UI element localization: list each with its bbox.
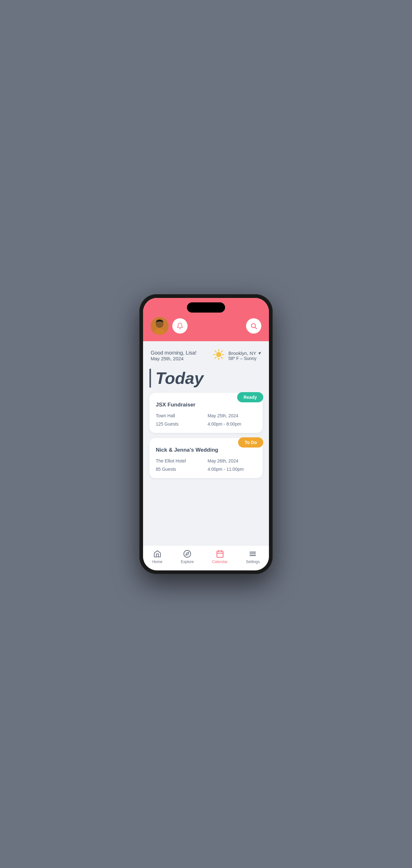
search-button[interactable]: [246, 318, 261, 334]
calendar-icon: [215, 549, 225, 558]
weather-temp: 58º F – Sunny: [228, 356, 261, 361]
header-right: [246, 318, 261, 334]
event-date-1: May 25th, 2024: [208, 413, 256, 418]
svg-line-4: [255, 327, 256, 329]
bottom-nav: Home Explore: [143, 545, 269, 570]
dynamic-island: [187, 302, 225, 313]
svg-line-10: [215, 351, 216, 352]
notification-button[interactable]: [172, 318, 187, 334]
status-badge-todo: To Do: [238, 437, 263, 447]
svg-line-13: [215, 357, 216, 359]
svg-marker-16: [186, 552, 188, 555]
compass-icon: [183, 549, 192, 558]
header-center-icons: [169, 318, 246, 334]
svg-point-5: [216, 352, 221, 357]
event-time-1: 4:00pm - 8:00pm: [208, 422, 256, 427]
svg-rect-17: [217, 551, 223, 557]
nav-item-home[interactable]: Home: [152, 549, 163, 564]
avatar[interactable]: [151, 317, 169, 335]
nav-item-calendar[interactable]: Calendar: [212, 549, 228, 564]
event-guests-1: 125 Guests: [156, 422, 204, 427]
today-header: Today: [149, 369, 263, 388]
event-time-2: 4:00pm - 11:00pm: [208, 467, 256, 472]
event-title-1: JSX Fundraiser: [156, 402, 256, 408]
nav-label-home: Home: [152, 560, 163, 564]
today-bar-accent: [149, 369, 151, 388]
event-details-2: The Elliot Hotel May 26th, 2024 85 Guest…: [156, 458, 256, 472]
today-title: Today: [156, 369, 203, 388]
status-badge-ready: Ready: [237, 392, 263, 402]
nav-label-explore: Explore: [181, 560, 194, 564]
phone-device: Good morning, Lisa! May 25th, 2024: [139, 294, 273, 574]
nav-label-settings: Settings: [246, 560, 260, 564]
nav-item-settings[interactable]: Settings: [246, 549, 260, 564]
home-icon: [153, 549, 162, 558]
event-card-1[interactable]: Ready JSX Fundraiser Town Hall May 25th,…: [149, 393, 263, 433]
weather-location: Brooklyn, NY: [228, 350, 261, 356]
today-section: Today Ready JSX Fundraiser Town Hall May…: [143, 369, 269, 490]
event-venue-2: The Elliot Hotel: [156, 458, 204, 463]
event-guests-2: 85 Guests: [156, 467, 204, 472]
greeting-section: Good morning, Lisa! May 25th, 2024: [143, 341, 269, 369]
greeting-message: Good morning, Lisa!: [151, 350, 197, 356]
weather-sun-icon: [212, 348, 225, 364]
weather-section: Brooklyn, NY 58º F – Sunny: [212, 348, 261, 364]
svg-line-11: [221, 357, 222, 359]
svg-line-12: [221, 351, 222, 352]
event-venue-1: Town Hall: [156, 413, 204, 418]
nav-label-calendar: Calendar: [212, 560, 228, 564]
weather-info: Brooklyn, NY 58º F – Sunny: [228, 350, 261, 361]
event-date-2: May 26th, 2024: [208, 458, 256, 463]
greeting-text: Good morning, Lisa! May 25th, 2024: [151, 350, 197, 361]
svg-point-15: [184, 550, 191, 557]
svg-marker-14: [258, 352, 261, 355]
event-card-2[interactable]: To Do Nick & Jenna's Wedding The Elliot …: [149, 438, 263, 478]
event-title-2: Nick & Jenna's Wedding: [156, 447, 256, 453]
nav-item-explore[interactable]: Explore: [181, 549, 194, 564]
phone-screen: Good morning, Lisa! May 25th, 2024: [143, 298, 269, 570]
menu-icon: [248, 549, 257, 558]
greeting-date: May 25th, 2024: [151, 356, 197, 361]
event-details-1: Town Hall May 25th, 2024 125 Guests 4:00…: [156, 413, 256, 427]
main-content: Good morning, Lisa! May 25th, 2024: [143, 341, 269, 545]
